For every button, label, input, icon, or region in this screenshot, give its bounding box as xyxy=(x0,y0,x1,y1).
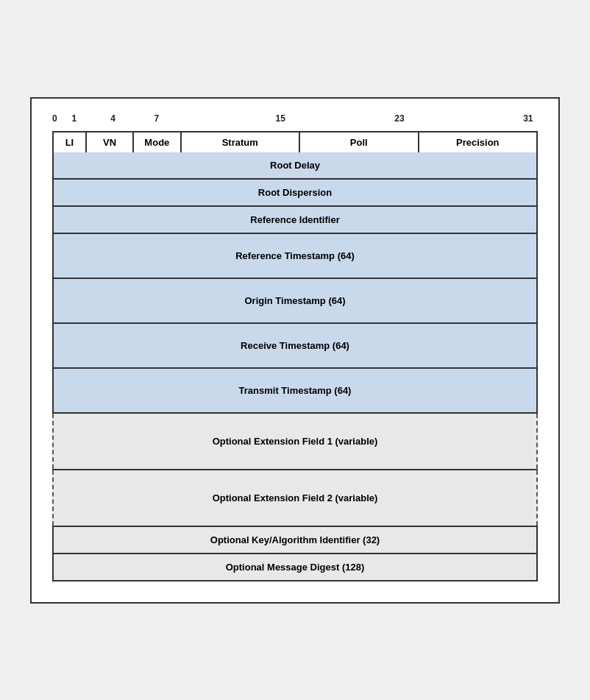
field-li: LI xyxy=(54,132,87,152)
bit-7: 7 xyxy=(154,113,160,124)
row-root-dispersion: Root Dispersion xyxy=(52,180,538,207)
row-optional-digest: Optional Message Digest (128) xyxy=(52,554,538,581)
field-precision: Precision xyxy=(419,132,537,152)
row-optional-ext-1: Optional Extension Field 1 (variable) xyxy=(54,414,536,469)
optional-field-1-container: Optional Extension Field 1 (variable) xyxy=(52,414,538,469)
bit-4: 4 xyxy=(110,113,115,124)
row-optional-key: Optional Key/Algorithm Identifier (32) xyxy=(52,526,538,554)
row-reference-timestamp: Reference Timestamp (64) xyxy=(52,234,538,279)
row-optional-ext-2: Optional Extension Field 2 (variable) xyxy=(54,470,536,526)
bit-23: 23 xyxy=(394,113,404,124)
bit-ruler: 0 1 4 7 15 23 31 xyxy=(52,113,538,130)
row-receive-timestamp: Receive Timestamp (64) xyxy=(52,324,538,369)
field-vn: VN xyxy=(87,132,134,152)
field-mode: Mode xyxy=(134,132,181,152)
optional-field-2-container: Optional Extension Field 2 (variable) xyxy=(52,470,538,526)
row-transmit-timestamp: Transmit Timestamp (64) xyxy=(52,369,538,414)
bit-31: 31 xyxy=(523,113,533,124)
field-poll: Poll xyxy=(300,132,419,152)
bit-0: 0 xyxy=(52,113,57,124)
bit-1: 1 xyxy=(71,113,77,124)
row-origin-timestamp: Origin Timestamp (64) xyxy=(52,279,538,324)
ntp-diagram: 0 1 4 7 15 23 31 LI VN Mode Stratum Poll… xyxy=(30,97,560,604)
field-stratum: Stratum xyxy=(182,132,301,152)
bit-15: 15 xyxy=(276,113,285,124)
header-row: LI VN Mode Stratum Poll Precision xyxy=(52,131,538,152)
row-reference-identifier: Reference Identifier xyxy=(52,207,538,234)
row-root-delay: Root Delay xyxy=(52,152,538,180)
